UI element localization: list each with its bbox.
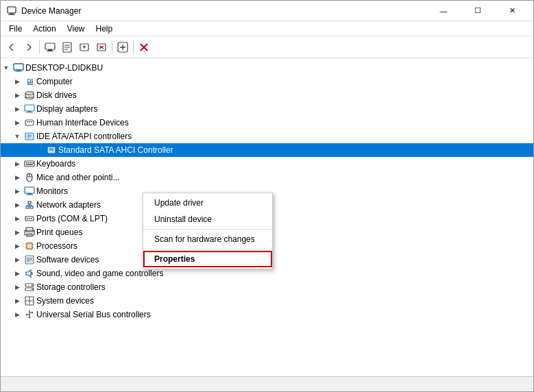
svg-rect-2 xyxy=(8,14,15,15)
tree-item-ide[interactable]: ▼ IDE ATA/ATAPI controllers xyxy=(1,130,533,143)
mice-icon xyxy=(24,172,35,183)
tree-root[interactable]: ▼ DESKTOP-LDIDKBU xyxy=(1,61,533,75)
menu-help[interactable]: Help xyxy=(90,23,119,35)
print-icon xyxy=(24,227,35,238)
app-icon xyxy=(6,5,17,16)
svg-rect-21 xyxy=(15,71,22,72)
hid-icon xyxy=(24,117,35,128)
tree-item-display-adapters[interactable]: ▶ Display adapters xyxy=(1,102,533,116)
tree-item-computer[interactable]: ▶ 🖥 Computer xyxy=(1,75,533,88)
sound-icon xyxy=(24,268,35,279)
menu-view[interactable]: View xyxy=(62,23,90,35)
toolbar-update-driver-button[interactable] xyxy=(76,39,93,56)
svg-rect-50 xyxy=(26,206,29,208)
keyboards-expand-icon[interactable]: ▶ xyxy=(12,158,23,169)
svg-point-82 xyxy=(32,289,33,290)
print-expand-icon[interactable]: ▶ xyxy=(12,227,23,238)
tree-item-mice[interactable]: ▶ Mice and other pointi... xyxy=(1,171,533,184)
window-controls: — ☐ ✕ xyxy=(428,1,528,21)
svg-rect-4 xyxy=(48,49,52,51)
monitors-label: Monitors xyxy=(36,186,68,196)
usb-expand-icon[interactable]: ▶ xyxy=(12,309,23,320)
svg-rect-28 xyxy=(25,120,34,125)
svg-rect-48 xyxy=(27,193,32,195)
root-computer-icon xyxy=(13,62,24,73)
toolbar-delete-button[interactable] xyxy=(136,39,152,56)
maximize-button[interactable]: ☐ xyxy=(462,1,494,21)
svg-rect-0 xyxy=(8,7,16,13)
storage-expand-icon[interactable]: ▶ xyxy=(12,282,23,293)
toolbar-sep-1 xyxy=(39,40,40,54)
title-bar-text: Device Manager xyxy=(21,6,428,16)
context-menu-sep-2 xyxy=(143,249,272,249)
toolbar-forward-button[interactable] xyxy=(21,39,37,56)
svg-rect-41 xyxy=(28,162,29,164)
monitors-expand-icon[interactable]: ▶ xyxy=(12,186,23,197)
ports-expand-icon[interactable]: ▶ xyxy=(12,213,23,224)
tree-item-system[interactable]: ▶ System devices xyxy=(1,294,533,308)
svg-point-90 xyxy=(26,314,27,315)
context-menu-properties[interactable]: Properties xyxy=(143,251,272,267)
processors-icon xyxy=(24,241,35,252)
tree-item-keyboards[interactable]: ▶ Keyboards xyxy=(1,157,533,171)
print-label: Print queues xyxy=(36,228,82,237)
minimize-button[interactable]: — xyxy=(428,1,459,21)
tree-item-usb[interactable]: ▶ Universal Serial Bus controllers xyxy=(1,308,533,321)
system-icon xyxy=(24,295,35,306)
network-expand-icon[interactable]: ▶ xyxy=(12,199,23,210)
processors-expand-icon[interactable]: ▶ xyxy=(12,241,23,252)
svg-rect-44 xyxy=(26,164,33,166)
title-bar: Device Manager — ☐ ✕ xyxy=(1,1,533,21)
disk-label: Disk drives xyxy=(36,90,77,100)
svg-rect-27 xyxy=(26,112,33,113)
mice-expand-icon[interactable]: ▶ xyxy=(12,172,23,183)
toolbar-uninstall-button[interactable] xyxy=(93,39,110,56)
context-menu: Update driver Uninstall device Scan for … xyxy=(143,193,273,269)
context-menu-uninstall-device[interactable]: Uninstall device xyxy=(143,211,272,228)
sata-label: Standard SATA AHCI Controller xyxy=(58,145,173,155)
toolbar-properties-button[interactable] xyxy=(59,39,75,56)
status-bar xyxy=(1,376,533,391)
tree-item-sata[interactable]: ▶ Standard SATA AHCI Controller xyxy=(1,143,533,157)
close-button[interactable]: ✕ xyxy=(496,1,528,21)
context-menu-scan[interactable]: Scan for hardware changes xyxy=(143,231,272,247)
monitors-icon xyxy=(24,186,35,197)
system-expand-icon[interactable]: ▶ xyxy=(12,295,23,306)
context-menu-update-driver[interactable]: Update driver xyxy=(143,195,272,211)
tree-item-hid[interactable]: ▶ Human Interface Devices xyxy=(1,116,533,130)
svg-rect-25 xyxy=(25,105,34,111)
svg-rect-31 xyxy=(31,121,32,123)
usb-label: Universal Serial Bus controllers xyxy=(36,310,151,319)
computer-expand-icon[interactable]: ▶ xyxy=(12,76,23,87)
disk-expand-icon[interactable]: ▶ xyxy=(12,90,23,101)
menu-action[interactable]: Action xyxy=(27,23,61,35)
toolbar-sep-2 xyxy=(112,40,112,54)
svg-rect-19 xyxy=(14,64,23,70)
tree-item-storage[interactable]: ▶ Storage controllers xyxy=(1,280,533,294)
software-icon xyxy=(24,254,35,265)
hid-expand-icon[interactable]: ▶ xyxy=(12,117,23,128)
ide-expand-icon[interactable]: ▼ xyxy=(12,131,23,142)
svg-rect-26 xyxy=(27,111,32,112)
system-label: System devices xyxy=(36,296,94,306)
sound-expand-icon[interactable]: ▶ xyxy=(12,268,23,279)
computer-icon: 🖥 xyxy=(24,76,35,87)
computer-label: Computer xyxy=(36,77,73,86)
tree-item-disk-drives[interactable]: ▶ Disk drives xyxy=(1,88,533,102)
svg-rect-42 xyxy=(30,162,32,164)
software-expand-icon[interactable]: ▶ xyxy=(12,254,23,265)
toolbar-computer-button[interactable] xyxy=(42,39,58,56)
toolbar-scan-button[interactable] xyxy=(114,39,131,56)
svg-point-81 xyxy=(32,284,33,286)
keyboards-icon xyxy=(24,158,35,169)
display-expand-icon[interactable]: ▶ xyxy=(12,103,23,114)
ide-label: IDE ATA/ATAPI controllers xyxy=(36,132,132,141)
mice-label: Mice and other pointi... xyxy=(36,173,119,182)
ide-icon xyxy=(24,131,35,142)
svg-rect-65 xyxy=(27,244,32,248)
menu-file[interactable]: File xyxy=(3,23,27,35)
root-expand-icon[interactable]: ▼ xyxy=(1,62,12,73)
svg-point-58 xyxy=(27,218,28,219)
toolbar-back-button[interactable] xyxy=(3,39,20,56)
svg-rect-1 xyxy=(10,13,14,14)
